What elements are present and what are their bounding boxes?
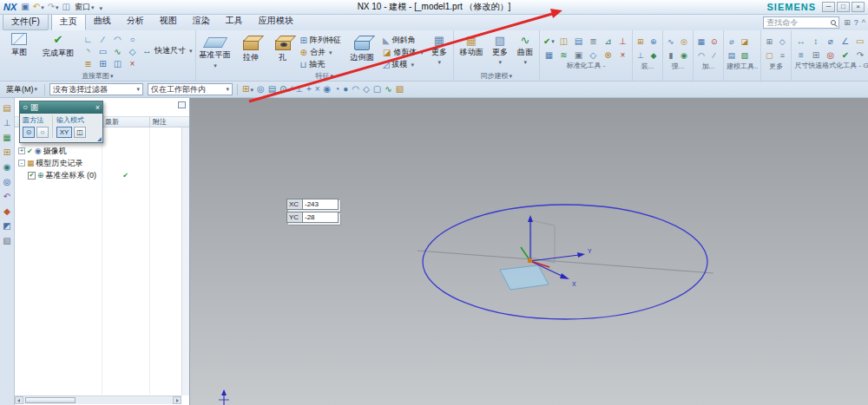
undo-icon[interactable]: ↶	[33, 3, 44, 11]
group-label-standard-tools[interactable]: 标准化工具 -	[542, 61, 629, 70]
replace-template-icon[interactable]: ◫	[557, 36, 570, 47]
profile-icon[interactable]: ∟	[81, 34, 95, 46]
quadrant-point-icon[interactable]: ◔	[334, 85, 339, 94]
maximize-button[interactable]: □	[837, 2, 850, 12]
annotation-tool-icon[interactable]: ▣	[572, 49, 585, 61]
scrollbar-thumb[interactable]	[25, 397, 76, 403]
bolt-tool-icon[interactable]: ▮	[666, 50, 676, 62]
more-tools-icon-4[interactable]: ≡	[777, 50, 787, 62]
layer-settings-icon[interactable]: ▤	[727, 50, 737, 62]
reuse-library-icon[interactable]: ⊞	[3, 148, 10, 157]
dialog-close-icon[interactable]: ×	[95, 103, 100, 112]
trim-curve-icon[interactable]: ×	[125, 58, 140, 70]
roles-icon[interactable]: ◩	[3, 222, 10, 231]
assembly-navigator-icon[interactable]: ▤	[3, 104, 10, 113]
minimize-button[interactable]: ─	[822, 2, 835, 12]
pattern-curve-icon[interactable]: ⊞	[95, 58, 110, 70]
vertical-dim-icon[interactable]: ↕	[809, 36, 822, 47]
arc-icon[interactable]: ◠	[110, 34, 125, 46]
qat-overflow-button[interactable]	[99, 3, 103, 12]
finish-sketch-button[interactable]: ✔ 完成草图	[38, 31, 78, 59]
yc-value-field[interactable]: -28	[302, 212, 338, 222]
command-finder-icon[interactable]: ⊞	[844, 19, 851, 27]
attribute-tool-icon[interactable]: ≣	[587, 36, 600, 47]
edge-blend-button[interactable]: 边倒圆	[345, 31, 378, 63]
control-point-icon[interactable]: +	[306, 85, 312, 94]
graphics-window[interactable]: X Y XC -243 YC -28	[190, 98, 868, 405]
angle-dim-icon[interactable]: ∠	[838, 36, 852, 47]
datum-csys-checkbox[interactable]: ✔	[28, 172, 36, 180]
diameter-dim-icon[interactable]: ⌀	[824, 36, 837, 47]
tab-视图[interactable]: 视图	[152, 13, 185, 30]
column-header-latest[interactable]: 最新	[102, 117, 149, 127]
save-icon[interactable]: ▣	[21, 3, 29, 11]
group-label-modeling-tools-mini[interactable]: 建模工具..	[727, 62, 758, 71]
highlight-related-icon[interactable]: ◎	[257, 85, 265, 94]
object-display-icon[interactable]: ▧	[740, 50, 750, 62]
datum-tool-icon[interactable]: ⊥	[616, 36, 629, 47]
navigator-vertical-scrollbar[interactable]	[181, 127, 189, 395]
assembly-constraint-icon[interactable]: ⊥	[635, 50, 646, 62]
check-dim-icon[interactable]: ✔	[838, 49, 852, 61]
mill-tool-icon[interactable]: ▦	[696, 36, 707, 48]
frame-tool-icon[interactable]: ▭	[853, 36, 866, 47]
circle-center-radius-icon[interactable]: ⊙	[23, 127, 35, 138]
top-level-only-icon[interactable]: ▤	[268, 85, 276, 94]
minimize-ribbon-icon[interactable]: ^	[862, 19, 865, 27]
xy-input-mode-button[interactable]: XY	[56, 127, 72, 138]
scale-tool-icon[interactable]: ⊗	[602, 49, 615, 61]
datum-csys-label[interactable]: 基准坐标系 (0)	[46, 170, 97, 181]
navigator-float-icon[interactable]	[178, 101, 186, 108]
fillet-icon[interactable]: ◝	[81, 46, 95, 58]
menu-button[interactable]: 菜单(M)	[3, 83, 40, 96]
collapse-icon[interactable]: -	[18, 160, 25, 167]
line-icon[interactable]: ∕	[95, 34, 110, 46]
pattern-feature-button[interactable]: ⊞ 阵列特征	[299, 35, 343, 46]
model-history-label[interactable]: 模型历史记录	[36, 158, 83, 169]
web-browser-icon[interactable]: ◎	[3, 178, 11, 186]
system-scene-icon[interactable]: ▧	[3, 237, 10, 245]
command-search-input[interactable]: 查找命令	[763, 16, 839, 29]
more-tools-icon-2[interactable]: ◇	[777, 36, 787, 48]
tab-应用模块[interactable]: 应用模块	[251, 13, 301, 30]
gear-tool-icon[interactable]: ◎	[679, 36, 689, 48]
cleanup-tool-icon[interactable]: ×	[616, 49, 629, 61]
chamfer-button[interactable]: ◣ 倒斜角	[381, 35, 425, 46]
polygon-icon[interactable]: ◇	[125, 46, 140, 58]
whole-assembly-icon[interactable]: ⊞	[242, 85, 253, 94]
group-label-feature[interactable]: 特征	[199, 71, 450, 81]
scroll-right-button[interactable]	[173, 396, 181, 404]
weld-assistant-icon[interactable]: ⊿	[602, 36, 615, 47]
move-face-button[interactable]: ▦ 移动面	[457, 31, 486, 58]
parameter-input-mode-button[interactable]: ◫	[74, 127, 86, 138]
part-family-icon[interactable]: ▤	[572, 36, 585, 47]
window-switch-icon[interactable]: ◫	[62, 3, 70, 11]
datum-plane-face[interactable]	[500, 265, 549, 290]
group-label-spring-mini[interactable]: 弹...	[666, 62, 690, 71]
extrude-button[interactable]: 拉伸	[234, 31, 267, 63]
selection-scope-dropdown[interactable]: 仅在工作部件内	[148, 83, 233, 95]
navigator-horizontal-scrollbar[interactable]	[15, 395, 181, 404]
redo-icon[interactable]: ↷	[48, 3, 59, 11]
wire-edm-icon[interactable]: ∕	[709, 50, 720, 62]
column-header-note[interactable]: 附注	[149, 117, 189, 127]
snap-point-toggle-icon[interactable]: ⊙	[279, 85, 286, 94]
datum-plane-button[interactable]: 基准平面	[199, 31, 232, 69]
circle-dialog-titlebar[interactable]: ○ 圆 ×	[20, 101, 102, 114]
shell-button[interactable]: ⊔ 抽壳	[299, 59, 343, 70]
tab-分析[interactable]: 分析	[119, 13, 152, 30]
face-rule-icon[interactable]: ▧	[396, 85, 404, 94]
gb-standard-icon[interactable]: ▦	[542, 49, 556, 61]
export-tool-icon[interactable]: ↷	[853, 49, 866, 61]
group-label-sync-modeling[interactable]: 同步建模	[457, 71, 536, 81]
existing-point-icon[interactable]: ●	[343, 85, 348, 94]
drill-tool-icon[interactable]: ⊙	[709, 36, 720, 48]
selection-filter-dropdown[interactable]: 没有选择过滤器	[49, 83, 143, 95]
help-icon[interactable]: ?	[854, 19, 858, 27]
origin-handle[interactable]	[528, 258, 532, 263]
curve-rule-icon[interactable]: ∿	[385, 85, 391, 94]
mid-point-icon[interactable]: ⊥	[295, 85, 303, 94]
spline-tool-icon[interactable]: ≋	[557, 49, 570, 61]
intersection-icon[interactable]: ×	[315, 85, 320, 94]
spring-tool-icon[interactable]: ∿	[666, 36, 676, 48]
